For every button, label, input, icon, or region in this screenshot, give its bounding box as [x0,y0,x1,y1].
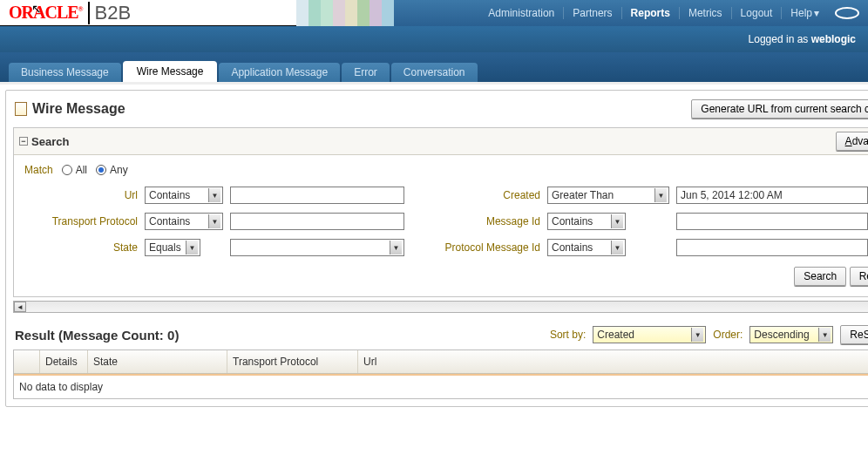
logged-in-text: Logged in as weblogic [749,33,856,45]
content-panel: Wire Message Generate URL from current s… [5,90,868,407]
chevron-down-icon: ▼ [208,214,220,228]
oracle-oval-icon [835,7,859,19]
order-label: Order: [713,329,743,341]
collapse-icon[interactable]: − [19,137,28,146]
tab-strip: Business Message Wire Message Applicatio… [0,52,868,82]
col-details: Details [40,350,88,373]
nav-help[interactable]: Help ▾ [782,7,828,19]
state-op-select[interactable]: Equals▼ [145,239,200,256]
chevron-down-icon: ▼ [654,188,667,202]
search-heading: − Search [19,135,69,148]
search-button[interactable]: Search [794,267,846,286]
col-url: Url [358,350,868,373]
chevron-down-icon: ▼ [186,241,198,254]
protocol-message-id-op-select[interactable]: Contains▼ [547,239,626,256]
resubmit-button[interactable]: ReSubmit [840,325,868,344]
result-controls: Sort by: Created▼ Order: Descending▼ ReS… [550,325,868,344]
message-id-label: Message Id [418,215,540,227]
nav-help-label: Help [790,7,812,19]
match-any-radio[interactable] [96,165,106,175]
chevron-down-icon: ▾ [814,7,819,19]
col-transport-protocol: Transport Protocol [227,350,358,373]
app-header: ORACLE® B2B Administration Partners Repo… [0,0,868,26]
chevron-down-icon: ▼ [390,241,402,254]
result-header-row: Result (Message Count: 0) Sort by: Creat… [15,325,868,344]
table-body: No data to display [14,374,868,398]
url-label: Url [24,189,138,201]
state-value-select[interactable]: ▼ [230,239,404,256]
match-all-label: All [76,164,87,176]
tab-application-message[interactable]: Application Message [219,63,340,82]
brand-logo: ORACLE® [9,3,83,23]
tab-wire-message[interactable]: Wire Message [123,61,218,82]
decor-stripes [296,0,394,26]
created-op-select[interactable]: Greater Than▼ [547,187,669,204]
reg-mark: ® [78,5,83,13]
message-id-op-select[interactable]: Contains▼ [547,213,626,230]
result-heading: Result (Message Count: 0) [15,328,179,343]
search-panel-body: Match All Any Url Contains▼ Created Grea… [14,155,868,296]
result-table: Details State Transport Protocol Url No … [13,349,868,399]
url-input[interactable] [230,187,404,204]
chevron-down-icon: ▼ [691,328,703,342]
col-state: State [88,350,227,373]
brand-text: ORACLE [9,3,78,22]
match-row: Match All Any [24,164,868,176]
table-header: Details State Transport Protocol Url [14,350,868,374]
horizontal-scrollbar[interactable]: ◄ ► [13,301,868,313]
protocol-message-id-label: Protocol Message Id [418,241,540,254]
logged-in-user: weblogic [811,33,856,45]
match-any-label: Any [110,164,128,176]
sort-by-select[interactable]: Created▼ [593,326,706,343]
match-all-radio[interactable] [62,165,72,175]
logged-in-prefix: Logged in as [749,33,811,45]
search-panel: − Search Advanced Match All Any Url Cont… [13,127,868,297]
created-input[interactable]: Jun 5, 2014 12:00 AM [676,187,868,204]
nav-partners[interactable]: Partners [564,7,621,19]
page-title-text: Wire Message [32,101,125,117]
no-data-text: No data to display [19,381,103,393]
nav-logout[interactable]: Logout [732,7,783,19]
chevron-down-icon: ▼ [611,241,623,254]
search-heading-text: Search [31,135,69,148]
chevron-down-icon: ▼ [208,188,220,202]
sort-by-label: Sort by: [550,329,586,341]
top-nav: Administration Partners Reports Metrics … [479,0,859,26]
generate-url-button[interactable]: Generate URL from current search criteri… [691,99,868,119]
transport-protocol-input[interactable] [230,213,404,230]
search-panel-head: − Search Advanced [14,128,868,155]
chevron-down-icon: ▼ [818,328,831,342]
reset-button[interactable]: Reset [850,267,868,286]
tab-business-message[interactable]: Business Message [9,63,121,82]
col-blank [14,350,40,373]
sub-header: Logged in as weblogic [0,26,868,52]
page-title: Wire Message [15,101,125,117]
nav-administration[interactable]: Administration [479,7,564,19]
tab-error[interactable]: Error [342,63,390,82]
chevron-down-icon: ▼ [611,214,623,228]
nav-reports[interactable]: Reports [622,7,680,19]
transport-protocol-label: Transport Protocol [24,215,138,227]
title-row: Wire Message Generate URL from current s… [15,99,868,119]
main-area: Wire Message Generate URL from current s… [0,82,868,412]
tab-conversation[interactable]: Conversation [391,63,478,82]
search-buttons: Search Reset [24,267,868,286]
created-label: Created [418,189,540,201]
order-select[interactable]: Descending▼ [749,326,833,343]
state-label: State [24,241,138,254]
page-icon [15,102,27,116]
nav-metrics[interactable]: Metrics [680,7,732,19]
search-form: Url Contains▼ Created Greater Than▼ Jun … [24,187,868,256]
url-op-select[interactable]: Contains▼ [145,187,223,204]
scroll-left-icon[interactable]: ◄ [14,302,26,312]
transport-protocol-op-select[interactable]: Contains▼ [145,213,223,230]
match-label: Match [24,164,53,176]
advanced-button[interactable]: Advanced [836,132,868,151]
brand-sub: B2B [88,2,132,24]
message-id-input[interactable] [676,213,868,230]
protocol-message-id-input[interactable] [676,239,868,256]
